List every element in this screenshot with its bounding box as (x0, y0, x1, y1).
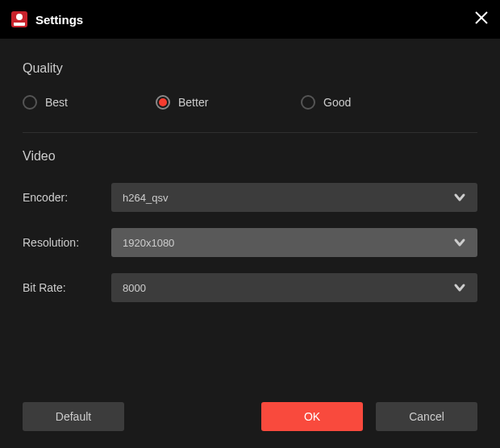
quality-section-title: Quality (23, 61, 477, 76)
ok-button[interactable]: OK (261, 402, 363, 431)
chevron-down-icon (453, 191, 466, 204)
radio-icon (23, 95, 37, 110)
radio-icon (156, 95, 170, 110)
chevron-down-icon (453, 281, 466, 294)
quality-option-better[interactable]: Better (156, 95, 301, 110)
window-title: Settings (35, 13, 83, 27)
resolution-dropdown[interactable]: 1920x1080 (111, 228, 477, 257)
header-left: Settings (11, 11, 83, 27)
bitrate-value: 8000 (123, 282, 146, 294)
window-header: Settings (0, 0, 500, 39)
encoder-value: h264_qsv (123, 192, 168, 204)
encoder-dropdown[interactable]: h264_qsv (111, 183, 477, 212)
cancel-button[interactable]: Cancel (376, 402, 477, 431)
footer-right: OK Cancel (261, 402, 477, 431)
video-section-title: Video (23, 149, 477, 164)
close-icon (474, 10, 489, 25)
encoder-row: Encoder: h264_qsv (23, 183, 477, 212)
bitrate-label: Bit Rate: (23, 281, 111, 294)
quality-option-best[interactable]: Best (23, 95, 156, 110)
quality-radio-group: Best Better Good (23, 95, 477, 110)
encoder-label: Encoder: (23, 191, 111, 204)
section-divider (23, 132, 477, 133)
chevron-down-icon (453, 236, 466, 249)
radio-label-good: Good (323, 96, 351, 109)
close-button[interactable] (474, 10, 489, 28)
resolution-value: 1920x1080 (123, 237, 174, 249)
bitrate-row: Bit Rate: 8000 (23, 273, 477, 302)
content-area: Quality Best Better Good Video Encoder: … (0, 39, 500, 385)
app-icon (11, 11, 27, 27)
footer: Default OK Cancel (0, 385, 500, 448)
radio-label-best: Best (45, 96, 68, 109)
default-button[interactable]: Default (23, 402, 124, 431)
radio-label-better: Better (178, 96, 208, 109)
resolution-row: Resolution: 1920x1080 (23, 228, 477, 257)
resolution-label: Resolution: (23, 236, 111, 249)
radio-icon (301, 95, 315, 110)
bitrate-dropdown[interactable]: 8000 (111, 273, 477, 302)
quality-option-good[interactable]: Good (301, 95, 351, 110)
